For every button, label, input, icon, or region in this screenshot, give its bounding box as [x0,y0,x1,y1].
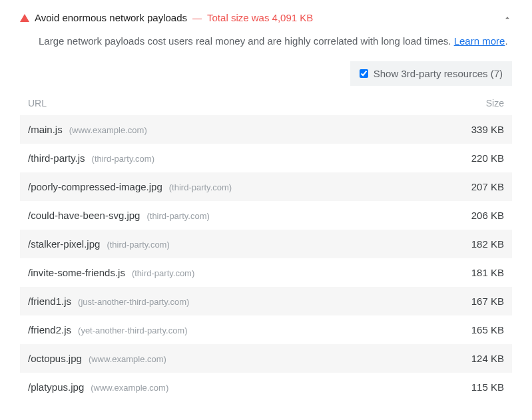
cell-url: /poorly-compressed-image.jpg(third-party… [28,181,451,192]
audit-result: Total size was 4,091 KB [207,12,313,23]
audit-title: Avoid enormous network payloads [35,12,187,23]
url-path: /invite-some-friends.js [28,267,125,278]
cell-url: /main.js(www.example.com) [28,124,451,135]
cell-url: /invite-some-friends.js(third-party.com) [28,267,451,278]
url-origin: (just-another-third-party.com) [78,297,189,307]
table-row: /main.js(www.example.com)339 KB [20,115,512,144]
cell-url: /octopus.jpg(www.example.com) [28,353,451,364]
url-path: /poorly-compressed-image.jpg [28,181,162,192]
table-row: /friend2.js(yet-another-third-party.com)… [20,315,512,344]
audit-separator: — [192,13,202,23]
url-origin: (third-party.com) [169,182,232,192]
cell-url: /platypus.jpg(www.example.com) [28,381,451,393]
table-row: /invite-some-friends.js(third-party.com)… [20,258,512,287]
table-body: /main.js(www.example.com)339 KB/third-pa… [20,115,512,401]
cell-size: 339 KB [451,124,504,135]
table-row: /could-have-been-svg.jpg(third-party.com… [20,201,512,230]
url-path: /friend1.js [28,296,71,307]
url-origin: (third-party.com) [132,268,194,278]
column-header-url: URL [28,98,451,108]
cell-size: 182 KB [451,238,504,250]
cell-url: /friend1.js(just-another-third-party.com… [28,296,451,307]
url-origin: (third-party.com) [146,211,209,221]
chevron-up-icon[interactable] [503,13,512,23]
url-path: /stalker-pixel.jpg [28,238,100,250]
url-origin: (yet-another-third-party.com) [78,325,187,335]
url-path: /could-have-been-svg.jpg [28,210,140,221]
warning-triangle-icon [20,14,29,22]
cell-size: 165 KB [451,324,504,335]
cell-size: 115 KB [451,381,504,393]
cell-url: /could-have-been-svg.jpg(third-party.com… [28,210,451,221]
cell-url: /stalker-pixel.jpg(third-party.com) [28,238,451,250]
url-origin: (www.example.com) [91,383,168,393]
cell-url: /friend2.js(yet-another-third-party.com) [28,324,451,335]
audit-header[interactable]: Avoid enormous network payloads — Total … [20,8,512,31]
cell-url: /third-party.js(third-party.com) [28,152,451,164]
description-period: . [505,35,507,47]
url-path: /friend2.js [28,324,71,335]
table-row: /octopus.jpg(www.example.com)124 KB [20,344,512,373]
table-row: /poorly-compressed-image.jpg(third-party… [20,172,512,201]
third-party-label: Show 3rd-party resources (7) [374,68,503,79]
table-row: /platypus.jpg(www.example.com)115 KB [20,373,512,401]
column-header-size: Size [451,98,504,108]
url-path: /octopus.jpg [28,353,82,364]
learn-more-link[interactable]: Learn more [454,35,505,47]
cell-size: 207 KB [451,181,504,192]
url-origin: (third-party.com) [92,154,154,164]
url-path: /third-party.js [28,152,85,164]
cell-size: 220 KB [451,152,504,164]
url-origin: (third-party.com) [107,240,169,250]
table-row: /third-party.js(third-party.com)220 KB [20,144,512,172]
cell-size: 206 KB [451,210,504,221]
cell-size: 181 KB [451,267,504,278]
table-header-row: URL Size [20,93,512,115]
cell-size: 167 KB [451,296,504,307]
url-path: /platypus.jpg [28,381,84,393]
third-party-toggle[interactable]: Show 3rd-party resources (7) [350,61,512,86]
third-party-checkbox[interactable] [360,69,368,78]
table-row: /stalker-pixel.jpg(third-party.com)182 K… [20,230,512,258]
description-text: Large network payloads cost users real m… [39,35,454,47]
audit-description: Large network payloads cost users real m… [20,31,512,61]
table-row: /friend1.js(just-another-third-party.com… [20,287,512,315]
url-origin: (www.example.com) [69,125,147,135]
url-path: /main.js [28,124,63,135]
url-origin: (www.example.com) [89,354,166,364]
cell-size: 124 KB [451,353,504,364]
